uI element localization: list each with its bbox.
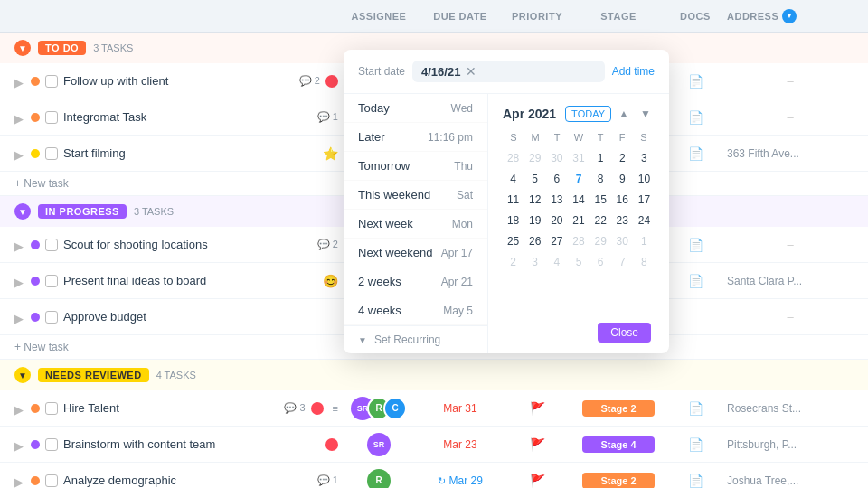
expand-icon[interactable]: ▶ [14, 312, 25, 323]
task-checkbox[interactable] [45, 239, 58, 251]
task-checkbox[interactable] [45, 111, 58, 124]
task-name[interactable]: Scout for shooting locations [63, 238, 307, 251]
expand-icon[interactable]: ▶ [14, 475, 25, 486]
quick-option-this-weekend[interactable]: This weekend Sat [344, 181, 487, 210]
stage-badge: Stage 4 [582, 436, 655, 453]
prev-month-button[interactable]: ▲ [615, 105, 633, 123]
cal-day[interactable]: 18 [503, 211, 524, 230]
task-checkbox[interactable] [45, 275, 58, 287]
task-checkbox[interactable] [45, 75, 58, 88]
cal-day[interactable]: 12 [524, 190, 545, 210]
quick-option-2weeks[interactable]: 2 weeks Apr 21 [344, 267, 487, 296]
task-checkbox[interactable] [45, 438, 58, 451]
task-checkbox[interactable] [45, 474, 58, 487]
cal-day[interactable]: 27 [546, 231, 567, 251]
task-name[interactable]: Hire Talent [63, 401, 273, 415]
cal-day[interactable]: 26 [524, 231, 545, 251]
cal-day[interactable]: 2 [612, 148, 633, 168]
quick-option-next-weekend[interactable]: Next weekend Apr 17 [344, 239, 487, 267]
task-left: ▶ Hire Talent 💬 3 ≡ [14, 401, 338, 415]
task-name[interactable]: Present final ideas to board [63, 274, 317, 287]
cal-day[interactable]: 21 [568, 211, 589, 230]
cal-nav-buttons: TODAY ▲ ▼ [565, 105, 655, 123]
quick-option-later[interactable]: Later 11:16 pm [344, 123, 487, 152]
date-clear-icon[interactable]: ✕ [466, 64, 476, 79]
quick-option-next-week[interactable]: Next week Mon [344, 210, 487, 239]
cal-day[interactable]: 23 [612, 211, 633, 230]
cal-day[interactable]: 11 [503, 190, 524, 210]
cal-day[interactable]: 24 [634, 211, 655, 230]
priority-cell: 🚩 [501, 437, 573, 452]
expand-icon[interactable]: ▶ [14, 239, 25, 250]
section-header-needs-review[interactable]: ▼ NEEDS REVIEWED 4 TASKS [0, 360, 868, 390]
expand-icon[interactable]: ▶ [14, 403, 25, 414]
add-time-button[interactable]: Add time [612, 65, 655, 78]
cal-day[interactable]: 3 [634, 148, 655, 168]
quick-option-tomorrow[interactable]: Tomorrow Thu [344, 152, 487, 181]
expand-icon[interactable]: ▶ [14, 148, 25, 159]
cal-day[interactable]: 5 [568, 252, 589, 272]
cal-day[interactable]: 31 [568, 148, 589, 168]
cal-day[interactable]: 14 [568, 190, 589, 210]
cal-day[interactable]: 4 [546, 252, 567, 272]
task-name[interactable]: Integromat Task [63, 110, 307, 124]
task-name[interactable]: Analyze demographic [63, 474, 307, 487]
quick-option-label: This weekend [358, 188, 430, 202]
cal-day[interactable]: 30 [612, 231, 633, 251]
task-checkbox[interactable] [45, 311, 58, 324]
section-toggle-needs-review[interactable]: ▼ [14, 367, 31, 383]
expand-icon[interactable]: ▶ [14, 112, 25, 123]
expand-icon[interactable]: ▶ [14, 439, 25, 450]
cal-day[interactable]: 20 [546, 211, 567, 230]
cal-day[interactable]: 25 [503, 231, 524, 251]
section-toggle-todo[interactable]: ▼ [14, 40, 31, 56]
cal-day[interactable]: 19 [524, 211, 545, 230]
address-dropdown-icon[interactable]: ▼ [782, 9, 797, 23]
task-checkbox[interactable] [45, 402, 58, 415]
next-month-button[interactable]: ▼ [637, 105, 655, 123]
address-cell: Santa Clara P... [727, 274, 854, 287]
cal-day[interactable]: 28 [568, 231, 589, 251]
cal-day[interactable]: 29 [524, 148, 545, 168]
expand-icon[interactable]: ▶ [14, 276, 25, 286]
cal-day[interactable]: 13 [546, 190, 567, 210]
cal-day[interactable]: 29 [590, 231, 611, 251]
address-text: 363 Fifth Ave... [727, 147, 799, 160]
today-button[interactable]: TODAY [565, 106, 611, 122]
cal-day[interactable]: 7 [612, 252, 633, 272]
task-name[interactable]: Approve budget [63, 310, 338, 324]
set-recurring-row[interactable]: ▼ Set Recurring [344, 325, 487, 353]
cal-day[interactable]: 10 [634, 169, 655, 189]
cal-day[interactable]: 2 [503, 252, 524, 272]
task-name[interactable]: Start filming [63, 146, 317, 160]
cal-day[interactable]: 4 [503, 169, 524, 189]
cal-day[interactable]: 3 [524, 252, 545, 272]
task-left: ▶ Analyze demographic 💬 1 [14, 474, 338, 487]
cal-day[interactable]: 22 [590, 211, 611, 230]
cal-day[interactable]: 6 [590, 252, 611, 272]
cal-day[interactable]: 28 [503, 148, 524, 168]
address-cell: Pittsburgh, P... [727, 437, 854, 451]
cal-day[interactable]: 7 [568, 169, 589, 189]
task-name[interactable]: Follow up with client [63, 74, 288, 88]
section-toggle-inprogress[interactable]: ▼ [14, 203, 31, 220]
close-button[interactable]: Close [598, 323, 651, 343]
cal-day[interactable]: 15 [590, 190, 611, 210]
expand-icon[interactable]: ▶ [14, 76, 25, 87]
cal-day[interactable]: 5 [524, 169, 545, 189]
quick-option-4weeks[interactable]: 4 weeks May 5 [344, 296, 487, 325]
cal-day[interactable]: 1 [634, 231, 655, 251]
cal-day[interactable]: 8 [590, 169, 611, 189]
date-input-box[interactable]: 4/16/21 ✕ [412, 61, 605, 82]
cal-day[interactable]: 16 [612, 190, 633, 210]
task-name[interactable]: Brainstorm with content team [63, 437, 320, 451]
task-checkbox[interactable] [45, 147, 58, 160]
cal-day[interactable]: 8 [634, 252, 655, 272]
col-duedate-header: DUE DATE [420, 11, 501, 22]
quick-option-today[interactable]: Today Wed [344, 94, 487, 123]
cal-day[interactable]: 30 [546, 148, 567, 168]
cal-day[interactable]: 6 [546, 169, 567, 189]
cal-day[interactable]: 17 [634, 190, 655, 210]
cal-day[interactable]: 9 [612, 169, 633, 189]
cal-day[interactable]: 1 [590, 148, 611, 168]
